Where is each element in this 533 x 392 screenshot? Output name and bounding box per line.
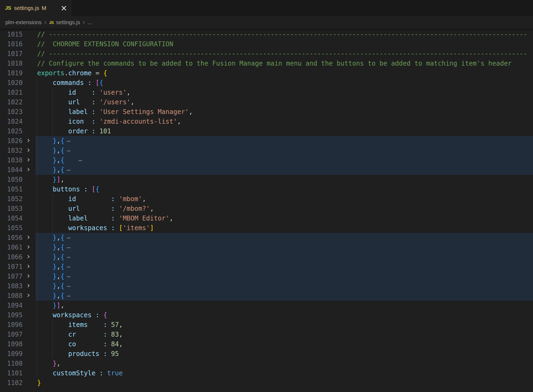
code-content[interactable]: url : '/mbom?', xyxy=(36,204,533,213)
code-content[interactable]: customStyle : true xyxy=(36,368,533,378)
code-line[interactable]: 1096 items : 57, xyxy=(0,320,533,330)
code-line[interactable]: 1020 commands : [{ xyxy=(0,78,533,88)
code-line[interactable]: 1102} xyxy=(0,378,533,388)
code-line[interactable]: 1017// ---------------------------------… xyxy=(0,49,533,59)
code-content[interactable]: exports.chrome = { xyxy=(36,68,533,78)
code-line[interactable]: 1038 },{ ⋯ xyxy=(0,155,533,165)
code-line[interactable]: 1094 }], xyxy=(0,301,533,310)
code-line[interactable]: 1061 },{⋯ xyxy=(0,243,533,252)
fold-chevron-icon[interactable] xyxy=(26,265,30,268)
code-content[interactable]: },{⋯ xyxy=(36,252,533,262)
folded-code-ellipsis[interactable]: ⋯ xyxy=(67,167,70,173)
fold-chevron-icon[interactable] xyxy=(26,274,30,278)
code-content[interactable]: },{⋯ xyxy=(36,146,533,155)
code-content[interactable]: },{⋯ xyxy=(36,262,533,272)
folded-code-ellipsis[interactable]: ⋯ xyxy=(67,254,70,261)
code-content[interactable]: } xyxy=(36,378,533,388)
folded-code-ellipsis[interactable]: ⋯ xyxy=(67,138,70,144)
code-content[interactable]: workspaces : { xyxy=(36,310,533,320)
code-line[interactable]: 1100 }, xyxy=(0,359,533,368)
code-content[interactable]: order : 101 xyxy=(36,126,533,136)
breadcrumb-folder[interactable]: plm-extensions xyxy=(5,19,42,26)
fold-chevron-icon[interactable] xyxy=(26,294,30,297)
code-line[interactable]: 1071 },{⋯ xyxy=(0,262,533,272)
code-content[interactable]: co : 84, xyxy=(36,339,533,349)
breadcrumb-more[interactable]: ... xyxy=(87,19,92,26)
code-line[interactable]: 1101 customStyle : true xyxy=(0,368,533,378)
code-content[interactable]: },{⋯ xyxy=(36,291,533,301)
code-content[interactable]: },{⋯ xyxy=(36,165,533,175)
code-line[interactable]: 1095 workspaces : { xyxy=(0,310,533,320)
code-content[interactable]: },{⋯ xyxy=(36,243,533,252)
code-line[interactable]: 1054 label : 'MBOM Editor', xyxy=(0,213,533,223)
folded-code-ellipsis[interactable]: ⋯ xyxy=(67,234,70,241)
code-line[interactable]: 1024 icon : 'zmdi-accounts-list', xyxy=(0,117,533,126)
tab-settings-js[interactable]: JS settings.js M × xyxy=(0,0,72,16)
fold-chevron-icon[interactable] xyxy=(26,245,30,249)
code-line[interactable]: 1021 id : 'users', xyxy=(0,88,533,97)
code-line[interactable]: 1052 id : 'mbom', xyxy=(0,194,533,204)
fold-chevron-icon[interactable] xyxy=(26,158,30,162)
folded-code-ellipsis[interactable]: ⋯ xyxy=(67,263,70,270)
fold-chevron-icon[interactable] xyxy=(26,148,30,152)
code-content[interactable]: commands : [{ xyxy=(36,78,533,88)
code-line[interactable]: 1044 },{⋯ xyxy=(0,165,533,175)
folded-code-ellipsis[interactable]: ⋯ xyxy=(67,147,70,154)
code-content[interactable]: id : 'users', xyxy=(36,88,533,97)
close-icon[interactable]: × xyxy=(61,4,67,12)
code-line[interactable]: 1016// CHOROME EXTENSION CONFIGURATION xyxy=(0,39,533,49)
code-content[interactable]: // CHOROME EXTENSION CONFIGURATION xyxy=(36,39,533,49)
code-line[interactable]: 1015// ---------------------------------… xyxy=(0,30,533,39)
code-line[interactable]: 1050 }], xyxy=(0,175,533,184)
code-content[interactable]: }, xyxy=(36,359,533,368)
code-line[interactable]: 1022 url : '/users', xyxy=(0,97,533,107)
code-line[interactable]: 1097 cr : 83, xyxy=(0,330,533,339)
code-content[interactable]: items : 57, xyxy=(36,320,533,330)
code-line[interactable]: 1026 },{⋯ xyxy=(0,136,533,146)
code-line[interactable]: 1083 },{⋯ xyxy=(0,281,533,291)
code-line[interactable]: 1025 order : 101 xyxy=(0,126,533,136)
code-line[interactable]: 1032 },{⋯ xyxy=(0,146,533,155)
code-content[interactable]: },{⋯ xyxy=(36,281,533,291)
folded-code-ellipsis[interactable]: ⋯ xyxy=(67,283,70,290)
fold-chevron-icon[interactable] xyxy=(26,168,30,171)
code-content[interactable]: label : 'MBOM Editor', xyxy=(36,213,533,223)
code-line[interactable]: 1018// Configure the commands to be adde… xyxy=(0,59,533,68)
code-line[interactable]: 1056 },{⋯ xyxy=(0,233,533,243)
code-line[interactable]: 1088 },{⋯ xyxy=(0,291,533,301)
folded-code-ellipsis[interactable]: ⋯ xyxy=(67,244,70,251)
code-content[interactable]: url : '/users', xyxy=(36,97,533,107)
code-content[interactable]: },{⋯ xyxy=(36,136,533,146)
code-content[interactable]: },{ ⋯ xyxy=(36,155,533,165)
code-line[interactable]: 1053 url : '/mbom?', xyxy=(0,204,533,213)
code-content[interactable]: cr : 83, xyxy=(36,330,533,339)
code-content[interactable]: },{⋯ xyxy=(36,233,533,243)
code-content[interactable]: // -------------------------------------… xyxy=(36,49,533,59)
fold-chevron-icon[interactable] xyxy=(26,284,30,287)
fold-chevron-icon[interactable] xyxy=(26,236,30,239)
code-content[interactable]: id : 'mbom', xyxy=(36,194,533,204)
code-line[interactable]: 1023 label : 'User Settings Manager', xyxy=(0,107,533,117)
code-content[interactable]: }], xyxy=(36,175,533,184)
code-line[interactable]: 1099 products : 95 xyxy=(0,349,533,359)
folded-code-ellipsis[interactable]: ⋯ xyxy=(67,293,70,299)
code-line[interactable]: 1098 co : 84, xyxy=(0,339,533,349)
folded-code-ellipsis[interactable]: ⋯ xyxy=(79,157,82,164)
code-line[interactable]: 1077 },{⋯ xyxy=(0,272,533,281)
code-content[interactable]: // Configure the commands to be added to… xyxy=(36,59,533,68)
folded-code-ellipsis[interactable]: ⋯ xyxy=(67,273,70,280)
breadcrumb-file[interactable]: settings.js xyxy=(56,19,80,26)
fold-chevron-icon[interactable] xyxy=(26,255,30,258)
fold-chevron-icon[interactable] xyxy=(26,139,30,142)
editor[interactable]: 1015// ---------------------------------… xyxy=(0,29,533,388)
code-content[interactable]: buttons : [{ xyxy=(36,184,533,194)
code-line[interactable]: 1055 workspaces : ['items'] xyxy=(0,223,533,233)
code-content[interactable]: products : 95 xyxy=(36,349,533,359)
code-content[interactable]: icon : 'zmdi-accounts-list', xyxy=(36,117,533,126)
code-line[interactable]: 1019exports.chrome = { xyxy=(0,68,533,78)
code-content[interactable]: workspaces : ['items'] xyxy=(36,223,533,233)
code-content[interactable]: },{⋯ xyxy=(36,272,533,281)
code-content[interactable]: }], xyxy=(36,301,533,310)
code-content[interactable]: label : 'User Settings Manager', xyxy=(36,107,533,117)
code-line[interactable]: 1066 },{⋯ xyxy=(0,252,533,262)
